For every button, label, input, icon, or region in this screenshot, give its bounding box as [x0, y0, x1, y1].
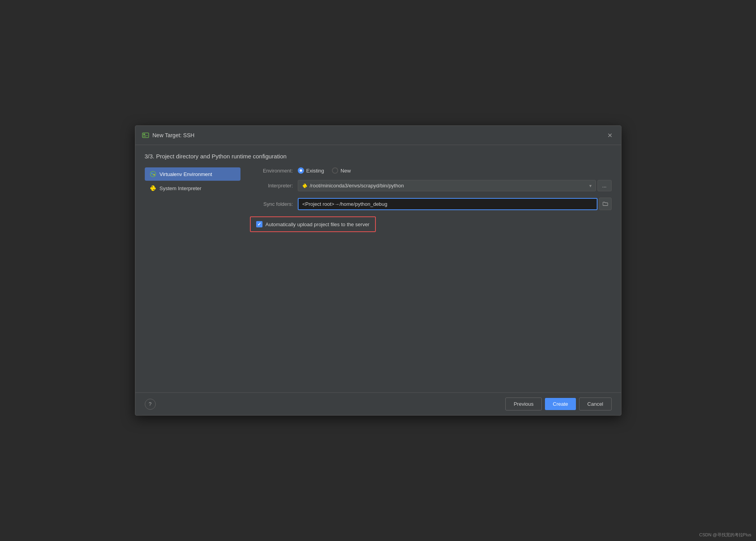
virtualenv-icon [149, 171, 157, 178]
dialog-body: 3/3. Project directory and Python runtim… [135, 145, 621, 392]
sync-folders-row: Sync folders: [250, 198, 612, 210]
help-button[interactable]: ? [145, 399, 156, 410]
ssh-target-icon [142, 132, 149, 139]
environment-row: Environment: Existing New [250, 167, 612, 174]
sidebar-item-virtualenv-label: Virtualenv Environment [160, 171, 212, 177]
sync-folders-label: Sync folders: [250, 201, 293, 207]
main-content: Environment: Existing New [247, 167, 612, 385]
content-area: Virtualenv Environment System Interprete… [145, 167, 612, 385]
sidebar-item-virtualenv[interactable]: Virtualenv Environment [145, 167, 240, 181]
footer-right: Previous Create Cancel [505, 398, 611, 410]
sidebar-item-system[interactable]: System Interpreter [145, 182, 240, 195]
radio-existing-circle[interactable] [298, 167, 304, 174]
radio-new[interactable]: New [332, 167, 351, 174]
sync-input-wrapper [298, 198, 612, 210]
svg-rect-1 [143, 134, 145, 135]
sidebar: Virtualenv Environment System Interprete… [145, 167, 247, 385]
interpreter-python-icon [302, 183, 308, 189]
dialog-footer: ? Previous Create Cancel [135, 392, 621, 415]
watermark: CSDN @寻找宽的考拉Plus [699, 532, 751, 538]
svg-point-8 [153, 189, 154, 190]
new-target-dialog: New Target: SSH ✕ 3/3. Project directory… [135, 125, 621, 416]
chevron-down-icon: ▾ [589, 183, 592, 189]
cancel-button[interactable]: Cancel [579, 398, 611, 410]
svg-point-10 [305, 187, 306, 187]
interpreter-select-text: /root/miniconda3/envs/scrapyd/bin/python [302, 183, 586, 189]
previous-button[interactable]: Previous [505, 398, 542, 410]
dialog-title: New Target: SSH [153, 132, 195, 138]
svg-point-5 [151, 173, 152, 174]
radio-new-circle[interactable] [332, 167, 338, 174]
dialog-titlebar: New Target: SSH ✕ [135, 126, 621, 145]
radio-new-label: New [341, 168, 351, 174]
footer-left: ? [145, 399, 156, 410]
svg-point-9 [304, 184, 304, 185]
dialog-icon [142, 131, 149, 139]
step-title: 3/3. Project directory and Python runtim… [145, 153, 612, 160]
interpreter-value: /root/miniconda3/envs/scrapyd/bin/python [310, 183, 404, 189]
environment-radio-group: Existing New [298, 167, 351, 174]
create-button[interactable]: Create [545, 398, 576, 410]
folder-icon [603, 201, 608, 207]
svg-point-6 [153, 174, 155, 176]
environment-label: Environment: [250, 168, 293, 174]
close-button[interactable]: ✕ [605, 131, 615, 140]
sidebar-item-system-label: System Interpreter [160, 185, 202, 191]
interpreter-row: Interpreter: /root/miniconda3/envs/s [250, 180, 612, 191]
radio-existing[interactable]: Existing [298, 167, 324, 174]
svg-rect-0 [142, 133, 149, 138]
check-icon: ✓ [257, 221, 261, 227]
system-python-icon [149, 185, 157, 192]
auto-upload-label[interactable]: Automatically upload project files to th… [266, 221, 370, 227]
sync-browse-button[interactable] [599, 198, 612, 210]
dialog-title-area: New Target: SSH [142, 131, 195, 139]
interpreter-label: Interpreter: [250, 183, 293, 189]
interpreter-select-wrapper: /root/miniconda3/envs/scrapyd/bin/python… [298, 180, 612, 191]
svg-point-7 [152, 186, 153, 187]
auto-upload-checkbox[interactable]: ✓ [256, 221, 262, 227]
radio-existing-label: Existing [306, 168, 324, 174]
interpreter-browse-button[interactable]: ... [598, 180, 612, 191]
interpreter-select[interactable]: /root/miniconda3/envs/scrapyd/bin/python… [298, 180, 596, 191]
sync-folders-input[interactable] [298, 198, 598, 210]
auto-upload-row: ✓ Automatically upload project files to … [250, 216, 376, 232]
